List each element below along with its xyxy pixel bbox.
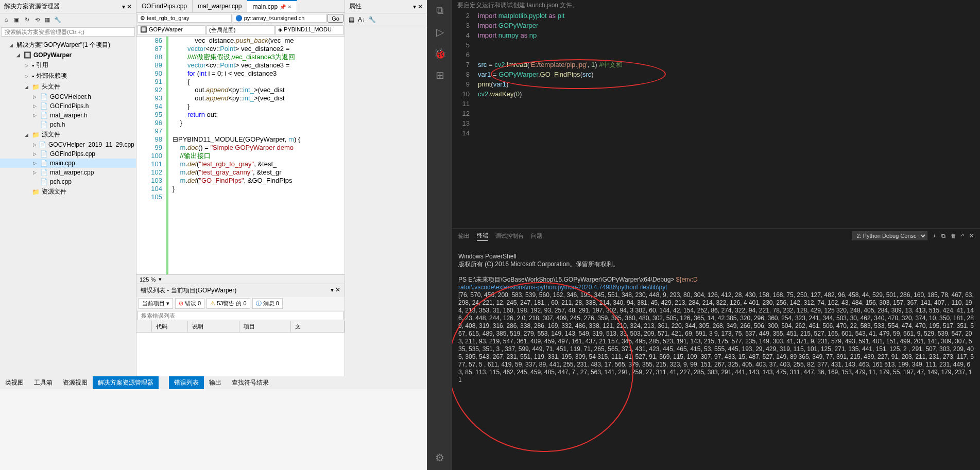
terminal-selector[interactable]: 2: Python Debug Consc (852, 231, 927, 240)
bottom-tabs-left: 类视图 工具箱 资源视图 解决方案资源管理器 错误列表 输出 查找符号结果 (0, 376, 427, 389)
terminal-body[interactable]: Windows PowerShell 版权所有 (C) 2016 Microso… (452, 243, 980, 470)
member-combo[interactable]: ◈ PYBIND11_MODU (276, 25, 343, 35)
code-editor[interactable]: 8687888990919293949596979899100101102103… (136, 37, 345, 274)
error-list-header: 错误列表 - 当前项目(GOPyWarper) ▾ ✕ (136, 284, 345, 297)
tab-main[interactable]: main.cpp 📌 ✕ (247, 0, 297, 12)
resources-folder[interactable]: 📁 资源文件 (0, 186, 136, 197)
trash-icon[interactable]: 🗑 (951, 233, 956, 239)
external-deps-node[interactable]: ▷▪ 外部依赖项 (0, 71, 136, 81)
tab-problems[interactable]: 问题 (531, 231, 542, 241)
split-terminal-icon[interactable]: ⧉ (941, 233, 945, 239)
tab-terminal[interactable]: 终端 (477, 231, 488, 241)
close-icon[interactable]: ✕ (969, 233, 974, 239)
categorize-icon[interactable]: ▤ (347, 15, 356, 24)
terminal-output: [76, 570, 456, 200, 583, 539, 560, 162, … (458, 291, 975, 384)
scope-combo[interactable]: (全局范围) (207, 25, 274, 35)
sync-icon[interactable]: ⟲ (32, 15, 42, 24)
new-terminal-icon[interactable]: + (933, 233, 936, 239)
properties-panel: 属性 ▾ ✕ ▤ А↓ 🔧 (345, 0, 427, 376)
headers-folder[interactable]: ◢📁 头文件 (0, 81, 136, 92)
editor-area: GOFindPips.cpp mat_warper.cpp main.cpp 📌… (136, 0, 345, 376)
source-file[interactable]: ▷📄 GOFindPips.cpp (0, 149, 136, 159)
activity-bar: ⧉ ▷ 🐞 ⊞ ⚙ (427, 0, 452, 470)
tab-errorlist[interactable]: 错误列表 (169, 376, 204, 389)
tab-toolbox[interactable]: 工具箱 (29, 376, 58, 389)
solution-root[interactable]: ◢解决方案"GOPyWarper"(1 个项目) (0, 40, 136, 50)
project-node[interactable]: ◢🔲 GOPyWarper (0, 50, 136, 60)
function-combo[interactable]: ⚙ test_rgb_to_gray (137, 14, 232, 23)
line-gutter: 8687888990919293949596979899100101102103… (136, 37, 168, 274)
tab-solution-explorer[interactable]: 解决方案资源管理器 (93, 376, 159, 389)
references-node[interactable]: ▷▪ 引用 (0, 60, 136, 71)
terminal-tabs: 输出 终端 调试控制台 问题 2: Python Debug Consc + ⧉… (452, 229, 980, 243)
go-button[interactable]: Go (328, 14, 343, 23)
solution-tree: ◢解决方案"GOPyWarper"(1 个项目) ◢🔲 GOPyWarper ▷… (0, 38, 136, 376)
project-filter[interactable]: 当前项目 ▾ (139, 298, 173, 309)
error-toolbar: 当前项目 ▾ ⊘ 错误 0 ⚠ 53警告 的 0 ⓘ 消息 0 (136, 297, 345, 310)
wrench-icon[interactable]: 🔧 (367, 15, 376, 24)
header-file[interactable]: ▷📄 GOFindPips.h (0, 101, 136, 111)
zoom-dropdown-icon[interactable]: ▾ (159, 276, 162, 283)
collapse-icon[interactable]: ▣ (12, 15, 21, 24)
tab-classview[interactable]: 类视图 (0, 376, 29, 389)
source-file[interactable]: 📄 pch.cpp (0, 177, 136, 186)
vscode-editor[interactable]: 2import matplotlib.pyplot as plt3import … (452, 11, 980, 228)
properties-icon[interactable]: 🔧 (53, 15, 62, 24)
solution-explorer-title: 解决方案资源管理器 (4, 2, 60, 11)
code-lines[interactable]: vec_distance.push_back(vec_me vector<cv:… (168, 37, 345, 274)
error-search-input[interactable] (137, 311, 343, 320)
properties-toolbar: ▤ А↓ 🔧 (345, 13, 427, 26)
terminal-panel: 输出 终端 调试控制台 问题 2: Python Debug Consc + ⧉… (452, 228, 980, 470)
debug-icon[interactable]: 🐞 (434, 47, 446, 60)
refresh-icon[interactable]: ↻ (22, 15, 31, 24)
close-icon[interactable]: ▾ ✕ (331, 286, 340, 295)
solution-explorer-header: 解决方案资源管理器 ▾ ✕ (0, 0, 136, 13)
alpha-icon[interactable]: А↓ (357, 15, 366, 24)
launch-hint: 要启定义运行和调试创建 launch.json 文件。 (452, 0, 980, 11)
visual-studio-panel: 解决方案资源管理器 ▾ ✕ ⌂ ▣ ↻ ⟲ ▦ 🔧 ◢解决方案"GOPyWarp… (0, 0, 427, 470)
messages-filter[interactable]: ⓘ 消息 0 (252, 298, 283, 309)
tab-output[interactable]: 输出 (458, 231, 470, 241)
sources-folder[interactable]: ◢📁 源文件 (0, 129, 136, 140)
source-file[interactable]: ▷📄 GOCVHelper_2019_11_29.cpp (0, 140, 136, 149)
error-list-panel: 错误列表 - 当前项目(GOPyWarper) ▾ ✕ 当前项目 ▾ ⊘ 错误 … (136, 284, 345, 376)
nav-combo-row2: 🔲 GOPyWarper (全局范围) ◈ PYBIND11_MODU (136, 24, 345, 37)
project-combo[interactable]: 🔲 GOPyWarper (137, 25, 205, 35)
run-icon[interactable]: ▷ (434, 26, 446, 38)
header-file[interactable]: ▷📄 GOCVHelper.h (0, 92, 136, 101)
tab-resourceview[interactable]: 资源视图 (58, 376, 93, 389)
header-file[interactable]: 📄 pch.h (0, 120, 136, 129)
tab-output[interactable]: 输出 (204, 376, 227, 389)
vscode-main: 要启定义运行和调试创建 launch.json 文件。 2import matp… (452, 0, 980, 470)
properties-header: 属性 ▾ ✕ (345, 0, 427, 13)
header-file[interactable]: ▷📄 mat_warper.h (0, 111, 136, 120)
nav-combo-row1: ⚙ test_rgb_to_gray 🔵 py::array_t<unsigne… (136, 13, 345, 24)
warnings-filter[interactable]: ⚠ 53警告 的 0 (207, 298, 250, 309)
tab-matwarper[interactable]: mat_warper.cpp (193, 0, 247, 12)
type-combo[interactable]: 🔵 py::array_t<unsigned ch (233, 14, 327, 23)
chevron-up-icon[interactable]: ^ (961, 233, 964, 239)
source-file[interactable]: ▷📄 mat_warper.cpp (0, 168, 136, 177)
tab-debug-console[interactable]: 调试控制台 (495, 231, 524, 241)
source-file-main[interactable]: ▷📄 main.cpp (0, 159, 136, 168)
vscode-panel: ⧉ ▷ 🐞 ⊞ ⚙ 要启定义运行和调试创建 launch.json 文件。 2i… (427, 0, 980, 470)
solution-search-input[interactable] (1, 27, 135, 37)
close-icon[interactable]: ▾ ✕ (413, 3, 423, 10)
settings-icon[interactable]: ⚙ (434, 451, 446, 464)
errors-filter[interactable]: ⊘ 错误 0 (175, 298, 204, 309)
solution-toolbar: ⌂ ▣ ↻ ⟲ ▦ 🔧 (0, 13, 136, 26)
extensions-icon[interactable]: ⊞ (434, 69, 446, 81)
show-all-icon[interactable]: ▦ (43, 15, 52, 24)
close-icon[interactable]: 📌 ✕ (280, 4, 291, 10)
error-grid[interactable]: 代码 说明 项目 文 (136, 321, 345, 376)
zoom-level[interactable]: 125 % (140, 276, 156, 283)
explorer-icon[interactable]: ⧉ (434, 4, 446, 16)
solution-explorer: 解决方案资源管理器 ▾ ✕ ⌂ ▣ ↻ ⟲ ▦ 🔧 ◢解决方案"GOPyWarp… (0, 0, 136, 376)
tab-gofindpips[interactable]: GOFindPips.cpp (136, 0, 193, 12)
pin-icon[interactable]: ▾ ✕ (122, 3, 132, 10)
tab-findsymbol[interactable]: 查找符号结果 (227, 376, 274, 389)
zoom-bar: 125 % ▾ (136, 274, 345, 284)
home-icon[interactable]: ⌂ (2, 15, 11, 24)
editor-tabs: GOFindPips.cpp mat_warper.cpp main.cpp 📌… (136, 0, 345, 13)
